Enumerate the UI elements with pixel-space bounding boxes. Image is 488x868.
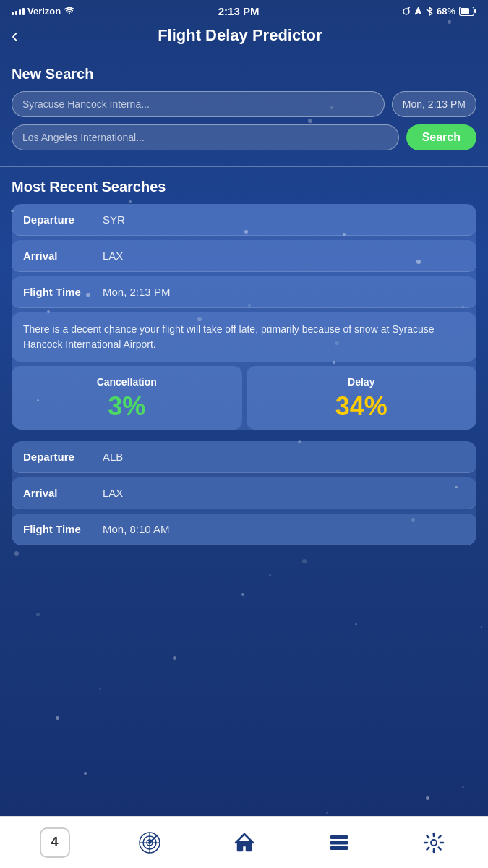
- signal-bar-3: [19, 9, 21, 15]
- departure-row-1[interactable]: Departure SYR: [12, 204, 476, 236]
- new-search-section: New Search Mon, 2:13 PM Search: [0, 54, 488, 166]
- stats-row-1: Cancellation 3% Delay 34%: [12, 366, 476, 430]
- tab-radar[interactable]: [102, 831, 197, 854]
- departure-value-2: ALB: [103, 451, 123, 463]
- delay-label: Delay: [258, 376, 466, 388]
- signal-bar-1: [12, 12, 14, 15]
- app-header: ‹ Flight Delay Predictor: [0, 20, 488, 54]
- settings-icon: [422, 831, 445, 854]
- list-icon: [328, 831, 351, 854]
- cancellation-label: Cancellation: [23, 376, 231, 388]
- delay-value: 34%: [258, 393, 466, 420]
- destination-input[interactable]: [12, 124, 399, 150]
- tab-bar: 4: [0, 816, 488, 868]
- back-button[interactable]: ‹: [12, 26, 18, 45]
- datetime-input[interactable]: Mon, 2:13 PM: [392, 91, 476, 117]
- search-row-2: Search: [12, 124, 476, 150]
- svg-point-0: [403, 9, 409, 14]
- arrival-value-2: LAX: [103, 487, 123, 499]
- departure-label-2: Departure: [23, 451, 103, 463]
- status-bar: Verizon 2:13 PM 68%: [0, 0, 488, 20]
- flight-time-label-2: Flight Time: [23, 523, 103, 535]
- navigation-icon: [414, 7, 422, 16]
- svg-rect-12: [330, 841, 348, 844]
- tab-home[interactable]: [197, 831, 291, 854]
- result-card-2: Departure ALB Arrival LAX Flight Time Mo…: [12, 441, 476, 545]
- arrival-label-2: Arrival: [23, 487, 103, 499]
- search-row-1: Mon, 2:13 PM: [12, 91, 476, 117]
- lock-rotation-icon: [402, 7, 411, 16]
- cancellation-box: Cancellation 3%: [12, 366, 242, 430]
- recent-searches-section: Most Recent Searches Departure SYR Arriv…: [0, 167, 488, 554]
- tab-list[interactable]: [291, 831, 386, 854]
- new-search-title: New Search: [12, 66, 476, 82]
- arrival-row-1[interactable]: Arrival LAX: [12, 240, 476, 272]
- signal-bar-4: [22, 8, 25, 15]
- svg-rect-4: [474, 9, 476, 13]
- tab-badge[interactable]: 4: [7, 827, 102, 858]
- signal-bar-2: [15, 11, 17, 15]
- cancellation-value: 3%: [23, 393, 231, 420]
- app-title: Flight Delay Predictor: [25, 26, 455, 45]
- status-time: 2:13 PM: [218, 5, 260, 17]
- battery-icon: [459, 7, 476, 16]
- departure-row-2[interactable]: Departure ALB: [12, 441, 476, 473]
- arrival-value-1: LAX: [103, 250, 123, 262]
- origin-input[interactable]: [12, 91, 385, 117]
- radar-icon: [138, 831, 161, 854]
- svg-rect-3: [461, 8, 469, 14]
- delay-box: Delay 34%: [247, 366, 477, 430]
- badge-number[interactable]: 4: [40, 827, 70, 858]
- departure-label-1: Departure: [23, 213, 103, 226]
- svg-rect-11: [330, 835, 348, 839]
- home-icon: [233, 831, 256, 854]
- wifi-icon: [64, 7, 75, 15]
- search-button[interactable]: Search: [406, 124, 476, 150]
- bluetooth-icon: [426, 7, 433, 16]
- svg-point-14: [431, 840, 437, 846]
- signal-bars: [12, 7, 25, 15]
- svg-marker-1: [415, 7, 421, 14]
- battery-label: 68%: [437, 6, 455, 17]
- result-card-1: Departure SYR Arrival LAX Flight Time Mo…: [12, 204, 476, 430]
- flight-time-row-1[interactable]: Flight Time Mon, 2:13 PM: [12, 276, 476, 308]
- svg-point-10: [148, 841, 151, 844]
- recent-searches-title: Most Recent Searches: [12, 179, 476, 195]
- tab-settings[interactable]: [386, 831, 481, 854]
- status-left: Verizon: [12, 6, 75, 17]
- status-right: 68%: [402, 6, 476, 17]
- flight-time-value-2: Mon, 8:10 AM: [103, 523, 170, 535]
- svg-rect-13: [330, 846, 348, 850]
- flight-time-value-1: Mon, 2:13 PM: [103, 286, 170, 298]
- carrier-label: Verizon: [27, 6, 61, 17]
- prediction-text-1: There is a decent chance your flight wil…: [12, 312, 476, 362]
- flight-time-label-1: Flight Time: [23, 286, 103, 298]
- arrival-row-2[interactable]: Arrival LAX: [12, 477, 476, 509]
- arrival-label-1: Arrival: [23, 250, 103, 262]
- flight-time-row-2[interactable]: Flight Time Mon, 8:10 AM: [12, 514, 476, 545]
- departure-value-1: SYR: [103, 213, 125, 226]
